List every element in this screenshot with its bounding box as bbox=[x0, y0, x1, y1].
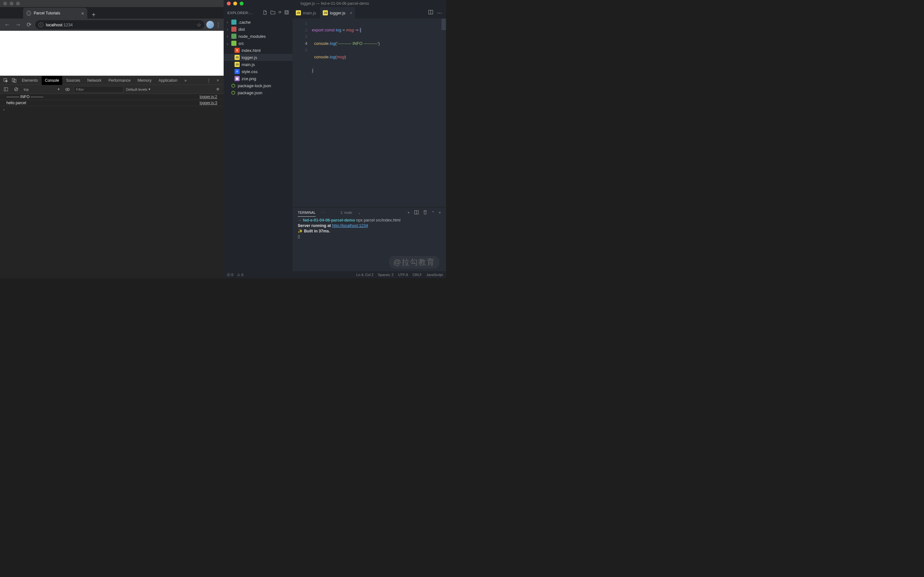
close-icon[interactable]: × bbox=[439, 211, 441, 214]
traffic-close[interactable] bbox=[3, 2, 7, 5]
profile-avatar[interactable] bbox=[206, 21, 214, 29]
traffic-close[interactable] bbox=[227, 2, 231, 5]
terminal-header: TERMINAL ⋯ 1: node ⌄ + ⌃ × bbox=[292, 207, 446, 218]
css-icon: # bbox=[234, 69, 240, 74]
settings-icon[interactable]: ⚙ bbox=[214, 85, 222, 93]
url-host: localhost bbox=[46, 23, 62, 27]
svg-point-7 bbox=[67, 89, 68, 90]
live-expr-icon[interactable] bbox=[63, 85, 71, 93]
refresh-icon[interactable]: ⟳ bbox=[278, 10, 282, 15]
browser-tab[interactable]: Parcel Tutorials × bbox=[23, 8, 87, 19]
new-folder-icon[interactable] bbox=[270, 10, 275, 15]
console-prompt[interactable]: › bbox=[0, 106, 224, 113]
close-icon[interactable]: × bbox=[81, 11, 84, 16]
console-msg: hello parcel bbox=[6, 101, 200, 105]
editor-tabs: JSmain.js JSlogger.js× ⋯ bbox=[292, 7, 446, 19]
new-terminal-icon[interactable]: + bbox=[407, 211, 409, 214]
status-pos[interactable]: Ln 4, Col 2 bbox=[357, 273, 373, 277]
terminal-more-icon[interactable]: ⋯ bbox=[321, 211, 325, 215]
console-sidebar-icon[interactable] bbox=[2, 85, 10, 93]
traffic-max[interactable] bbox=[16, 2, 20, 5]
traffic-min[interactable] bbox=[233, 2, 237, 5]
tree-file-index[interactable]: 5index.html bbox=[224, 47, 292, 54]
tab-elements[interactable]: Elements bbox=[19, 76, 41, 85]
tree-folder-src[interactable]: ⌄src bbox=[224, 40, 292, 47]
editor-tab-main[interactable]: JSmain.js bbox=[292, 7, 320, 19]
js-icon: JS bbox=[234, 55, 240, 60]
levels-select[interactable]: Default levels▾ bbox=[126, 87, 150, 91]
status-spaces[interactable]: Spaces: 2 bbox=[378, 273, 394, 277]
tree-folder-cache[interactable]: ›.cache bbox=[224, 19, 292, 26]
tree-file-pkglock[interactable]: ⬡package-lock.json bbox=[224, 82, 292, 89]
tree-folder-node-modules[interactable]: ›node_modules bbox=[224, 33, 292, 40]
info-icon[interactable]: i bbox=[39, 23, 43, 27]
context-select[interactable]: top▾ bbox=[23, 87, 61, 91]
back-button[interactable]: ← bbox=[3, 20, 11, 29]
device-icon[interactable] bbox=[10, 77, 18, 84]
status-eol[interactable]: CRLF bbox=[413, 273, 422, 277]
menu-icon[interactable]: ⋯ bbox=[215, 22, 222, 27]
chevron-up-icon[interactable]: ⌃ bbox=[431, 211, 435, 215]
tab-sources[interactable]: Sources bbox=[63, 76, 83, 85]
console-msg: ---------- INFO ---------- bbox=[6, 95, 200, 99]
svg-rect-9 bbox=[286, 11, 288, 13]
folder-icon bbox=[231, 27, 236, 32]
js-icon: JS bbox=[323, 10, 328, 15]
tab-application[interactable]: Application bbox=[155, 76, 181, 85]
trash-icon[interactable] bbox=[423, 210, 427, 215]
tree-file-zce[interactable]: ▦zce.png bbox=[224, 75, 292, 82]
tree-file-main[interactable]: JSmain.js bbox=[224, 61, 292, 68]
split-editor-icon[interactable] bbox=[428, 10, 433, 16]
tab-more[interactable]: » bbox=[181, 76, 190, 85]
status-enc[interactable]: UTF-8 bbox=[398, 273, 408, 277]
terminal-select[interactable]: 1: node ⌄ bbox=[341, 211, 361, 215]
forward-button[interactable]: → bbox=[13, 20, 23, 29]
image-icon: ▦ bbox=[234, 76, 240, 81]
code-lines: export const log = msg ⇒ { console.log('… bbox=[312, 19, 446, 207]
tab-memory[interactable]: Memory bbox=[134, 76, 155, 85]
window-title: logger.js — fed-e-01-04-06-parcel-demo bbox=[300, 1, 369, 6]
tree-folder-dist[interactable]: ›dist bbox=[224, 26, 292, 33]
inspect-icon[interactable] bbox=[2, 77, 10, 84]
omnibox[interactable]: i localhost:1234 ☆ bbox=[35, 20, 204, 29]
new-tab-button[interactable]: + bbox=[87, 11, 100, 19]
url-port: :1234 bbox=[62, 23, 73, 27]
bookmark-icon[interactable]: ☆ bbox=[197, 22, 201, 28]
folder-icon bbox=[231, 41, 236, 46]
code-editor[interactable]: 12345 export const log = msg ⇒ { console… bbox=[292, 19, 446, 207]
devtools-menu-icon[interactable]: ⋮ bbox=[205, 77, 213, 84]
address-bar: ← → ⟳ i localhost:1234 ☆ ⋯ bbox=[0, 19, 224, 31]
minimap[interactable] bbox=[441, 19, 446, 30]
browser-window: Parcel Tutorials × + ← → ⟳ i localhost:1… bbox=[0, 0, 224, 278]
browser-tabbar: Parcel Tutorials × + bbox=[0, 7, 224, 19]
filter-input[interactable]: Filter bbox=[74, 86, 124, 93]
folder-icon bbox=[231, 19, 236, 25]
console-src[interactable]: logger.js:3 bbox=[200, 101, 217, 105]
status-warnings[interactable]: ⚠ 0 bbox=[237, 273, 243, 277]
explorer-label: EXPLORER:... bbox=[228, 11, 252, 15]
status-lang[interactable]: JavaScript bbox=[426, 273, 443, 277]
devtools-panel: Elements Console Sources Network Perform… bbox=[0, 76, 224, 278]
traffic-min[interactable] bbox=[10, 2, 13, 5]
reload-button[interactable]: ⟳ bbox=[24, 20, 33, 29]
terminal-tab[interactable]: TERMINAL bbox=[298, 211, 316, 217]
tab-network[interactable]: Network bbox=[84, 76, 105, 85]
new-file-icon[interactable] bbox=[263, 10, 267, 15]
html-icon: 5 bbox=[234, 48, 240, 53]
status-errors[interactable]: ⓧ 0 bbox=[227, 272, 233, 277]
tree-file-pkg[interactable]: ⬡package.json bbox=[224, 89, 292, 96]
tab-console[interactable]: Console bbox=[42, 76, 62, 85]
collapse-icon[interactable] bbox=[284, 10, 289, 15]
editor-tab-logger[interactable]: JSlogger.js× bbox=[320, 7, 356, 19]
close-icon[interactable]: × bbox=[350, 11, 352, 15]
split-terminal-icon[interactable] bbox=[414, 210, 419, 215]
traffic-max[interactable] bbox=[240, 2, 244, 5]
tab-performance[interactable]: Performance bbox=[105, 76, 134, 85]
js-icon: JS bbox=[234, 62, 240, 67]
tree-file-style[interactable]: #style.css bbox=[224, 68, 292, 75]
tree-file-logger[interactable]: JSlogger.js bbox=[224, 54, 292, 61]
devtools-close-icon[interactable]: × bbox=[214, 77, 222, 84]
console-src[interactable]: logger.js:2 bbox=[200, 95, 217, 99]
more-icon[interactable]: ⋯ bbox=[437, 10, 442, 16]
clear-console-icon[interactable] bbox=[12, 85, 20, 93]
